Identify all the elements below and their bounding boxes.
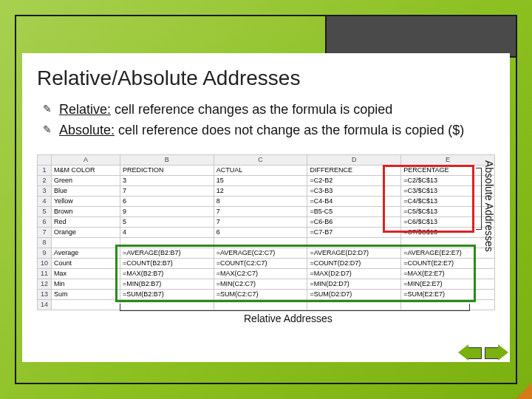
cell: Count	[52, 258, 120, 268]
cell: =MIN(E2:E7)	[401, 279, 495, 289]
cell: =COUNT(D2:D7)	[307, 258, 401, 268]
table-row: 10Count=COUNT(B2:B7)=COUNT(C2:C7)=COUNT(…	[38, 258, 495, 268]
cell: Yellow	[52, 196, 120, 206]
cell: 7	[214, 216, 307, 227]
cell: =C5/$C$13	[401, 206, 495, 216]
cell: =C4/$C$13	[401, 196, 495, 206]
cell: =C7/$C$13	[401, 227, 495, 237]
cell: =AVERAGE(C2:C7)	[214, 248, 307, 258]
row-header: 4	[38, 196, 52, 206]
table-row: 8	[38, 237, 495, 248]
slide-title: Relative/Absolute Addresses	[37, 66, 495, 90]
cell	[401, 237, 495, 248]
row-header: 14	[38, 299, 52, 310]
cell	[120, 237, 214, 248]
table-row: 6Red57=C6-B6=C6/$C$13	[38, 216, 495, 227]
cell: Orange	[52, 227, 120, 237]
term-relative: Relative:	[59, 102, 111, 117]
row-header: 9	[38, 248, 52, 258]
cell: =B5-C5	[307, 206, 401, 216]
table-row: 9Average=AVERAGE(B2:B7)=AVERAGE(C2:C7)=A…	[38, 248, 495, 258]
cell: =MIN(D2:D7)	[307, 279, 401, 289]
row-header: 6	[38, 216, 52, 227]
cell: M&M COLOR	[52, 165, 120, 175]
caption-absolute: Absolute Addresses	[483, 160, 495, 252]
cell: 15	[214, 175, 307, 185]
table-row: 13Sum=SUM(B2:B7)=SUM(C2:C7)=SUM(D2:D7)=S…	[38, 289, 495, 299]
col-c: C	[214, 154, 307, 165]
cell: Blue	[52, 185, 120, 196]
next-arrow-icon[interactable]	[485, 343, 508, 362]
cell: Max	[52, 268, 120, 279]
cell: DIFFERENCE	[307, 165, 401, 175]
cell: 8	[214, 196, 307, 206]
cell: =MAX(C2:C7)	[214, 268, 307, 279]
nav-arrows	[458, 343, 508, 362]
cell: =C3/$C$13	[401, 185, 495, 196]
row-header: 12	[38, 279, 52, 289]
cell: =MAX(E2:E7)	[401, 268, 495, 279]
table-row: 1M&M COLORPREDICTIONACTUALDIFFERENCEPERC…	[38, 165, 495, 175]
cell: =MAX(D2:D7)	[307, 268, 401, 279]
cell: =C2-B2	[307, 175, 401, 185]
bullet-list: Relative: cell reference changes as the …	[37, 100, 495, 140]
table-row: 12Min=MIN(B2:B7)=MIN(C2:C7)=MIN(D2:D7)=M…	[38, 279, 495, 289]
slide-content: Relative/Absolute Addresses Relative: ce…	[22, 53, 510, 362]
desc-relative: cell reference changes as the formula is…	[111, 102, 392, 117]
row-header: 2	[38, 175, 52, 185]
prev-arrow-icon[interactable]	[458, 343, 482, 362]
page-curl-icon	[516, 383, 532, 399]
corner-decoration	[325, 15, 517, 58]
col-e: E	[401, 154, 495, 165]
cell: 6	[214, 227, 307, 237]
col-headers: A B C D E	[38, 154, 495, 165]
caption-relative: Relative Addresses	[244, 313, 332, 324]
table-row: 7Orange46=C7-B7=C7/$C$13	[38, 227, 495, 237]
cell	[307, 237, 401, 248]
cell: Min	[52, 279, 120, 289]
row-header: 5	[38, 206, 52, 216]
cell: =COUNT(C2:C7)	[214, 258, 307, 268]
row-header: 1	[38, 165, 52, 175]
spreadsheet: A B C D E 1M&M COLORPREDICTIONACTUALDIFF…	[37, 154, 495, 310]
cell: Average	[52, 248, 120, 258]
cell: =SUM(E2:E7)	[401, 289, 495, 299]
cell: =AVERAGE(D2:D7)	[307, 248, 401, 258]
row-header: 13	[38, 289, 52, 299]
cell: =MIN(B2:B7)	[120, 279, 214, 289]
cell	[214, 237, 307, 248]
cell: =C6/$C$13	[401, 216, 495, 227]
slide-frame: Relative/Absolute Addresses Relative: ce…	[15, 15, 517, 384]
cell	[401, 299, 495, 310]
cell: =MIN(C2:C7)	[214, 279, 307, 289]
cell: 6	[120, 196, 214, 206]
cell: 5	[120, 216, 214, 227]
cell	[120, 299, 214, 310]
table-row: 2Green315=C2-B2=C2/$C$13	[38, 175, 495, 185]
col-a: A	[52, 154, 120, 165]
cell	[52, 299, 120, 310]
cell	[52, 237, 120, 248]
cell: 3	[120, 175, 214, 185]
table-row: 4Yellow68=C4-B4=C4/$C$13	[38, 196, 495, 206]
table-row: 11Max=MAX(B2:B7)=MAX(C2:C7)=MAX(D2:D7)=M…	[38, 268, 495, 279]
corner-cell	[38, 154, 52, 165]
cell: 4	[120, 227, 214, 237]
cell: PREDICTION	[120, 165, 214, 175]
term-absolute: Absolute:	[59, 123, 115, 137]
cell: 7	[120, 185, 214, 196]
table-row: 14	[38, 299, 495, 310]
cell: Brown	[52, 206, 120, 216]
row-header: 10	[38, 258, 52, 268]
cell: =MAX(B2:B7)	[120, 268, 214, 279]
bullet-relative: Relative: cell reference changes as the …	[47, 100, 495, 118]
cell: =SUM(C2:C7)	[214, 289, 307, 299]
col-d: D	[307, 154, 401, 165]
row-header: 7	[38, 227, 52, 237]
cell: 7	[214, 206, 307, 216]
row-header: 11	[38, 268, 52, 279]
cell: Sum	[52, 289, 120, 299]
cell: =AVERAGE(B2:B7)	[120, 248, 214, 258]
desc-absolute: cell reference does not change as the fo…	[115, 123, 464, 137]
table-row: 5Brown97=B5-C5=C5/$C$13	[38, 206, 495, 216]
